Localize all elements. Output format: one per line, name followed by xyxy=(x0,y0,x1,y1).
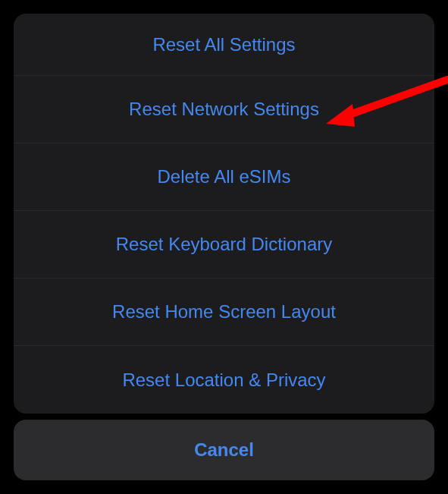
option-label: Reset Keyboard Dictionary xyxy=(116,234,332,255)
option-label: Reset Location & Privacy xyxy=(122,370,325,391)
reset-network-settings-option[interactable]: Reset Network Settings xyxy=(14,76,434,143)
reset-action-sheet: Reset All Settings Reset Network Setting… xyxy=(14,14,434,414)
cancel-label: Cancel xyxy=(194,439,254,461)
option-label: Reset Home Screen Layout xyxy=(112,301,336,323)
reset-all-settings-option[interactable]: Reset All Settings xyxy=(14,14,434,76)
cancel-button[interactable]: Cancel xyxy=(14,420,434,480)
reset-home-screen-layout-option[interactable]: Reset Home Screen Layout xyxy=(14,278,434,346)
option-label: Delete All eSIMs xyxy=(157,166,290,187)
option-label: Reset All Settings xyxy=(152,34,295,55)
option-label: Reset Network Settings xyxy=(129,99,319,120)
reset-keyboard-dictionary-option[interactable]: Reset Keyboard Dictionary xyxy=(14,211,434,278)
delete-all-esims-option[interactable]: Delete All eSIMs xyxy=(14,143,434,211)
reset-location-privacy-option[interactable]: Reset Location & Privacy xyxy=(14,346,434,414)
